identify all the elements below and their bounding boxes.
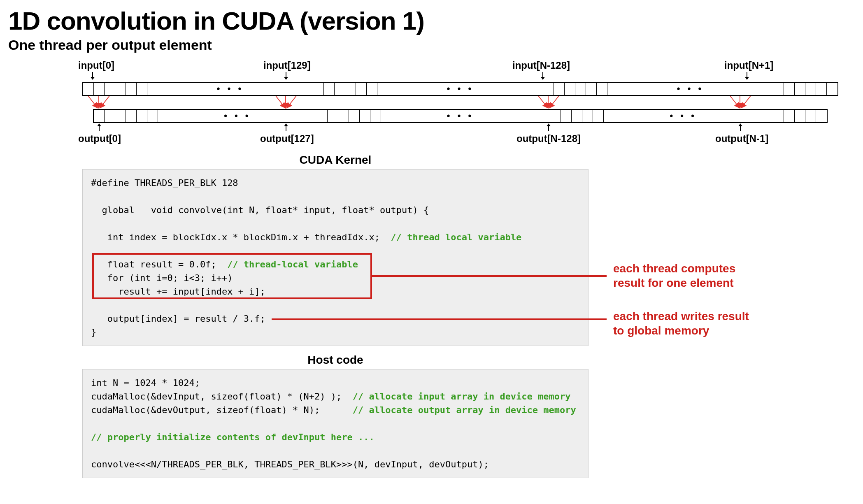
arrow-down-icon — [286, 72, 286, 79]
svg-line-11 — [742, 96, 751, 107]
host-heading: Host code — [82, 353, 589, 367]
svg-line-9 — [730, 96, 739, 107]
annotation-compute: each thread computes result for one elem… — [613, 261, 735, 290]
input-label-nplus1: input[N+1] — [724, 60, 773, 71]
connector-line — [372, 275, 607, 277]
red-arrows-row — [82, 96, 838, 109]
output-array: • • • • • • • • • — [93, 109, 828, 123]
arrow-up-icon — [740, 124, 741, 131]
svg-line-5 — [287, 96, 296, 107]
svg-line-2 — [100, 96, 109, 107]
arrow-up-icon — [548, 124, 549, 131]
input-label-129: input[129] — [263, 60, 311, 71]
arrow-down-icon — [747, 72, 747, 79]
output-label-nminus128: output[N-128] — [516, 133, 581, 144]
svg-line-6 — [538, 96, 547, 107]
input-array: • • • • • • • • • — [82, 82, 838, 96]
output-label-127: output[127] — [260, 133, 314, 144]
svg-line-3 — [276, 96, 285, 107]
arrow-down-icon — [542, 72, 543, 79]
arrow-up-icon — [286, 124, 286, 131]
svg-line-8 — [550, 96, 559, 107]
output-label-nminus1: output[N-1] — [715, 133, 768, 144]
convolution-diagram: input[0] input[129] input[N-128] input[N… — [82, 60, 838, 146]
page-title: 1D convolution in CUDA (version 1) — [8, 6, 855, 35]
host-code-block: int N = 1024 * 1024; cudaMalloc(&devInpu… — [82, 369, 589, 478]
annotation-write: each thread writes result to global memo… — [613, 309, 749, 338]
red-arrow-svg — [82, 96, 838, 109]
input-label-nminus128: input[N-128] — [512, 60, 570, 71]
arrow-up-icon — [99, 124, 100, 131]
arrow-down-icon — [92, 72, 93, 79]
page-subtitle: One thread per output element — [8, 37, 855, 53]
input-label-0: input[0] — [78, 60, 114, 71]
connector-line — [272, 318, 607, 320]
svg-line-0 — [88, 96, 97, 107]
output-label-0: output[0] — [78, 133, 121, 144]
kernel-heading: CUDA Kernel — [82, 153, 589, 167]
